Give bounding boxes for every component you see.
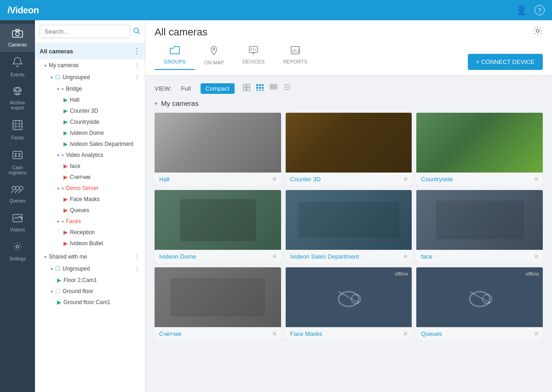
grid-4-btn[interactable] <box>268 83 280 94</box>
ungrouped-dots[interactable]: ⋮ <box>134 74 140 81</box>
gear-icon[interactable] <box>533 26 543 38</box>
ds-group-icon: ▪ <box>62 185 63 191</box>
grid-2-btn[interactable] <box>241 83 252 94</box>
sidebar-item-settings[interactable]: Settings <box>0 237 35 266</box>
countryside-menu[interactable]: ≡ <box>535 175 538 183</box>
bridge-label: Bridge <box>66 86 82 92</box>
tree-item-floor2[interactable]: ▶ Floor 2.Cam1 <box>35 275 145 286</box>
sidebar-item-cameras[interactable]: Cameras <box>0 24 35 52</box>
shared-ungrouped-dots[interactable]: ⋮ <box>134 265 140 272</box>
user-icon[interactable]: 👤 <box>516 5 527 16</box>
face-thumb <box>416 190 543 250</box>
top-nav-row2: GROUPS ON MAP <box>155 42 543 70</box>
tree-item-schetcik[interactable]: ▶ Счетчик <box>35 172 145 183</box>
tree-item-queues-cam[interactable]: ▶ Queues <box>35 205 145 216</box>
sidebar-item-cash[interactable]: Cash registers <box>0 145 35 180</box>
face-name: face <box>421 253 432 260</box>
search-input[interactable] <box>40 25 130 38</box>
sales-label: Ivideon Sales Department <box>70 141 133 147</box>
cam-face-icon: ▶ <box>63 163 68 169</box>
bridge-chevron: ▾ <box>57 86 59 92</box>
tree-item-counter3d[interactable]: ▶ Counter 3D <box>35 105 145 116</box>
queues-menu[interactable]: ≡ <box>535 330 538 337</box>
tree-item-countryside[interactable]: ▶ Countryside <box>35 116 145 127</box>
camera-card-counter[interactable]: Counter 3D ≡ <box>286 113 412 185</box>
connect-device-button[interactable]: + CONNECT DEVICE <box>468 54 543 70</box>
camera-card-schet[interactable]: Счетчик ≡ <box>155 267 281 340</box>
queues-thumb-wrapper: offline <box>416 267 543 327</box>
video-analytics-group[interactable]: ▾ ▪ Video Analytics <box>35 150 145 161</box>
tree-item-dome[interactable]: ▶ Ivideon Dome <box>35 127 145 138</box>
face-thumb-wrapper <box>416 190 543 250</box>
bridge-group[interactable]: ▾ ▪ Bridge <box>35 83 145 94</box>
camera-card-sales[interactable]: Ivideon Sales Department ≡ <box>286 190 412 263</box>
search-icon[interactable] <box>133 27 140 36</box>
top-nav-row1: All cameras <box>155 20 543 42</box>
faces-group[interactable]: ▾ ▪ Faces <box>35 216 145 227</box>
view-label: VIEW: <box>155 85 172 92</box>
grid-list-btn[interactable] <box>282 83 293 94</box>
camera-card-dome[interactable]: Ivideon Dome ≡ <box>155 190 281 263</box>
grid-3-btn[interactable] <box>254 83 266 94</box>
ungrouped-group[interactable]: ▾ ☐ Ungrouped ⋮ <box>35 71 145 83</box>
tree-item-reception[interactable]: ▶ Reception <box>35 227 145 238</box>
svg-point-24 <box>213 48 215 50</box>
tab-groups[interactable]: GROUPS <box>155 42 195 70</box>
camera-card-facemasks[interactable]: offline Face Masks ≡ <box>286 267 412 340</box>
sidebar-item-visitors[interactable]: Visitors <box>0 208 35 237</box>
cam-facemasks-icon: ▶ <box>63 196 68 202</box>
my-cameras-dots[interactable]: ⋮ <box>134 62 140 69</box>
schet-menu[interactable]: ≡ <box>272 330 276 337</box>
svg-rect-47 <box>259 90 261 91</box>
svg-rect-57 <box>270 88 271 89</box>
sidebar-item-archive[interactable]: Archive export <box>0 82 35 115</box>
svg-rect-45 <box>262 87 264 89</box>
gf-cam1-label: Ground floor Cam1 <box>63 299 110 306</box>
view-compact-btn[interactable]: Compact <box>201 83 235 94</box>
shared-group[interactable]: ▾ Shared with me ⋮ <box>35 251 145 263</box>
facemasks-thumb <box>286 267 412 327</box>
camera-card-countryside[interactable]: Countryside ≡ <box>416 113 543 185</box>
help-icon[interactable]: ? <box>535 5 545 15</box>
cameras-section-header[interactable]: ▾ My cameras <box>155 99 543 107</box>
icon-sidebar: Cameras Events Archive export <box>0 20 35 392</box>
tab-devices[interactable]: DEVICES <box>233 42 274 70</box>
tree-item-facemasks[interactable]: ▶ Face Masks <box>35 194 145 205</box>
reports-tab-icon <box>290 46 300 57</box>
sidebar-item-faces[interactable]: Faces <box>0 115 35 145</box>
svg-rect-12 <box>15 156 17 157</box>
sidebar-item-queues[interactable]: Queues <box>0 180 35 208</box>
hall-menu[interactable]: ≡ <box>272 175 276 183</box>
svg-rect-40 <box>256 84 258 86</box>
tree-item-bullet[interactable]: ▶ Ivideon Bullet <box>35 238 145 249</box>
view-full-btn[interactable]: Full <box>176 83 196 94</box>
all-cameras-header[interactable]: All cameras ⋮ <box>35 43 145 59</box>
tree-item-hall[interactable]: ▶ Hall <box>35 94 145 105</box>
tree-item-gf-cam1[interactable]: ▶ Ground floor Cam1 <box>35 297 145 308</box>
counter-menu[interactable]: ≡ <box>403 175 407 183</box>
shared-dots[interactable]: ⋮ <box>134 253 140 260</box>
facemasks-menu[interactable]: ≡ <box>403 330 407 337</box>
camera-card-hall[interactable]: Hall ≡ <box>155 113 281 185</box>
tab-on-map[interactable]: ON MAP <box>195 42 233 70</box>
shared-ungrouped-group[interactable]: ▾ ☐ Ungrouped ⋮ <box>35 263 145 275</box>
demo-server-group[interactable]: ▾ ▪ Demo Server <box>35 183 145 194</box>
dome-menu[interactable]: ≡ <box>272 253 276 260</box>
tree-item-sales[interactable]: ▶ Ivideon Sales Department <box>35 138 145 150</box>
sidebar-item-events[interactable]: Events <box>0 52 35 82</box>
svg-point-23 <box>536 29 539 32</box>
camera-card-face[interactable]: face ≡ <box>416 190 543 263</box>
counter3d-label: Counter 3D <box>70 108 98 114</box>
face-label: face <box>70 163 80 169</box>
svg-rect-53 <box>270 86 271 87</box>
visitors-icon <box>12 213 23 225</box>
ground-floor-group[interactable]: ▾ ☐ Ground floor <box>35 286 145 297</box>
my-cameras-group[interactable]: ▾ My cameras ⋮ <box>35 59 145 71</box>
tab-reports[interactable]: REPORTS <box>274 42 316 70</box>
face-menu[interactable]: ≡ <box>535 253 538 260</box>
sales-menu[interactable]: ≡ <box>403 253 407 260</box>
camera-card-queues[interactable]: offline Queues ≡ <box>416 267 543 340</box>
all-cameras-dots[interactable]: ⋮ <box>133 47 140 56</box>
app-logo: iVideon <box>7 5 39 16</box>
tree-item-face[interactable]: ▶ face <box>35 161 145 172</box>
